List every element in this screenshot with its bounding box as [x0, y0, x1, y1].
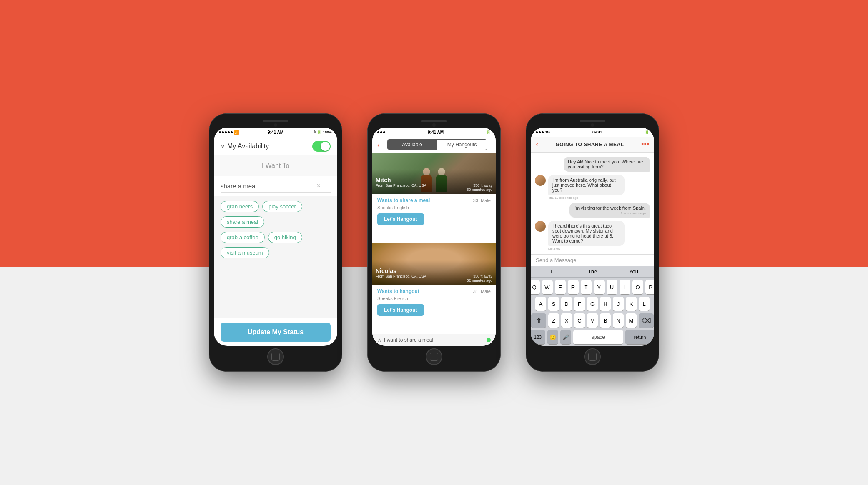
user-nicolas-name: Nicolas — [376, 268, 492, 274]
key-a[interactable]: A — [535, 297, 546, 311]
search-input-box: share a meal × — [221, 180, 331, 192]
key-n[interactable]: N — [613, 313, 624, 328]
key-l[interactable]: L — [639, 297, 650, 311]
key-e[interactable]: E — [555, 280, 566, 294]
key-r[interactable]: R — [568, 280, 579, 294]
key-v[interactable]: V — [587, 313, 598, 328]
key-z[interactable]: Z — [548, 313, 559, 328]
phone-3: 3G 09:41 🔋 ‹ GOING TO SHARE A MEAL ••• H… — [526, 113, 659, 372]
key-b[interactable]: B — [600, 313, 611, 328]
key-h[interactable]: H — [600, 297, 611, 311]
status-bar-2: 9:41 AM 🔋 — [372, 128, 496, 137]
user-avatar-chat — [535, 175, 546, 186]
home-button-1[interactable] — [267, 348, 284, 365]
key-u[interactable]: U — [607, 280, 617, 294]
key-k[interactable]: K — [626, 297, 637, 311]
phone-1: 📶 9:41 AM ☽ 🔋 100% ∨ My Availability — [209, 113, 342, 372]
status-bar-1: 📶 9:41 AM ☽ 🔋 100% — [214, 128, 337, 137]
chevron-up-icon[interactable]: ∧ — [377, 337, 381, 343]
lets-hangout-mitch[interactable]: Let's Hangout — [377, 213, 424, 225]
user-mitch-details: Wants to share a meal 33, Male Speaks En… — [372, 194, 496, 213]
update-status-button[interactable]: Update My Status — [221, 322, 331, 342]
tag-play-soccer[interactable]: play soccer — [262, 201, 302, 212]
key-x[interactable]: X — [561, 313, 572, 328]
tag-go-hiking[interactable]: go hiking — [268, 232, 302, 243]
key-i[interactable]: I — [620, 280, 630, 294]
tag-visit-museum[interactable]: visit a museum — [221, 247, 269, 258]
message-input[interactable]: Send a Message — [536, 257, 649, 263]
key-numbers[interactable]: 123 — [531, 330, 545, 344]
bottom-status-bar: ∧ I want to share a meal — [372, 334, 496, 346]
tag-grab-coffee[interactable]: grab a coffee — [221, 232, 265, 243]
key-space[interactable]: space — [573, 330, 623, 344]
user-nicolas-wants: Wants to hangout — [377, 288, 419, 294]
lets-hangout-nicolas[interactable]: Let's Hangout — [377, 304, 424, 316]
key-return[interactable]: return — [625, 330, 654, 344]
battery-icon-2: 🔋 — [486, 130, 491, 134]
home-button-3[interactable] — [584, 348, 601, 365]
user-nicolas-age: 31, Male — [473, 289, 491, 294]
key-m[interactable]: M — [626, 313, 637, 328]
key-t[interactable]: T — [581, 280, 592, 294]
user-card-nicolas: Nicolas From San Francisco, CA, USA 350 … — [372, 243, 496, 334]
key-mic[interactable]: 🎤 — [560, 330, 571, 344]
tags-row-2: share a meal — [221, 216, 264, 228]
signal-icon-2 — [377, 131, 385, 133]
message-2-time: 4th, 19 seconds ago — [548, 196, 650, 200]
battery-percent: 100% — [323, 130, 332, 134]
search-input-row: share a meal × — [214, 176, 337, 196]
chevron-down-icon[interactable]: ∨ — [221, 143, 225, 150]
key-g[interactable]: G — [587, 297, 598, 311]
key-row-3: ⇧ Z X C V B N M ⌫ — [532, 313, 652, 328]
message-4: I heard there's this great taco spot dow… — [548, 221, 625, 246]
message-4-container: I heard there's this great taco spot dow… — [535, 221, 650, 250]
autocomplete-i[interactable]: I — [531, 268, 572, 275]
chat-header: ‹ GOING TO SHARE A MEAL ••• — [531, 137, 654, 152]
signal-icon — [219, 131, 233, 133]
user-cards-area: Mitch From San Francisco, CA, USA 350 ft… — [372, 152, 496, 334]
user-nicolas-info: Nicolas From San Francisco, CA, USA 350 … — [376, 268, 492, 282]
key-p[interactable]: P — [645, 280, 655, 294]
wifi-icon: 📶 — [234, 130, 239, 135]
key-delete[interactable]: ⌫ — [639, 313, 654, 328]
chat-more-button[interactable]: ••• — [641, 140, 649, 149]
autocomplete-the[interactable]: The — [572, 268, 613, 275]
key-j[interactable]: J — [613, 297, 624, 311]
user-mitch-info: Mitch From San Francisco, CA, USA 350 ft… — [376, 177, 492, 192]
autocomplete-row: I The You — [531, 266, 654, 278]
phones-container: 📶 9:41 AM ☽ 🔋 100% ∨ My Availability — [209, 113, 659, 372]
message-1: Hey Ali! Nice to meet you. Where are you… — [564, 157, 650, 172]
key-s[interactable]: S — [548, 297, 559, 311]
availability-toggle[interactable] — [312, 141, 331, 152]
autocomplete-you[interactable]: You — [613, 268, 654, 275]
bottom-status-text: I want to share a meal — [384, 337, 433, 343]
user-mitch-age: 33, Male — [473, 198, 491, 203]
home-button-2[interactable] — [426, 348, 442, 365]
tab-available[interactable]: Available — [387, 140, 437, 150]
tab-my-hangouts[interactable]: My Hangouts — [437, 140, 487, 150]
key-o[interactable]: O — [632, 280, 643, 294]
user-card-mitch: Mitch From San Francisco, CA, USA 350 ft… — [372, 152, 496, 243]
phone-1-screen: 📶 9:41 AM ☽ 🔋 100% ∨ My Availability — [214, 128, 337, 346]
key-w[interactable]: W — [542, 280, 553, 294]
status-time-1: 9:41 AM — [268, 130, 283, 135]
tag-grab-beers[interactable]: grab beers — [221, 201, 259, 212]
chat-title: GOING TO SHARE A MEAL — [556, 142, 624, 148]
message-2: I'm from Australia originally, but just … — [548, 175, 625, 195]
key-f[interactable]: F — [574, 297, 585, 311]
key-q[interactable]: Q — [531, 280, 540, 294]
tab-bar: Available My Hangouts — [387, 139, 487, 150]
chat-back-button[interactable]: ‹ — [536, 140, 538, 149]
key-d[interactable]: D — [561, 297, 572, 311]
key-y[interactable]: Y — [594, 280, 605, 294]
user-nicolas-speaks: Speaks French — [377, 296, 491, 301]
search-input-value[interactable]: share a meal — [221, 182, 257, 190]
tag-share-meal[interactable]: share a meal — [221, 216, 264, 228]
user-nicolas-time: 32 minutes ago — [467, 278, 492, 282]
user-mitch-speaks: Speaks English — [377, 205, 491, 210]
back-arrow-2[interactable]: ‹ — [377, 140, 380, 150]
key-shift[interactable]: ⇧ — [531, 313, 546, 328]
key-c[interactable]: C — [574, 313, 585, 328]
key-emoji[interactable]: 🙂 — [547, 330, 558, 344]
clear-icon[interactable]: × — [317, 182, 321, 190]
